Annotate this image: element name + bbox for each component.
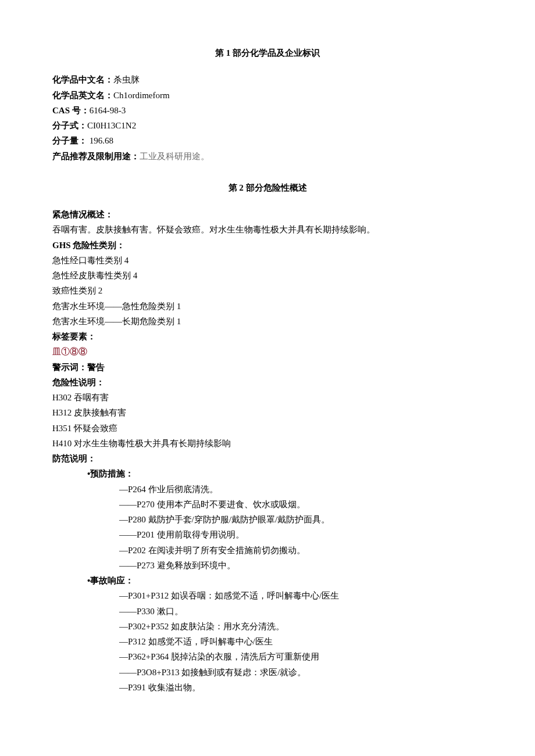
page: 第 1 部分化学品及企业标识 化学品中文名：杀虫脒化学品英文名：Ch1ordim… bbox=[0, 0, 535, 756]
field-label: 化学品中文名： bbox=[52, 75, 113, 84]
response-items: —P301+P312 如误吞咽：如感觉不适，呼叫解毒中心/医生——P330 漱口… bbox=[52, 588, 483, 695]
field-label: 化学品英文名： bbox=[52, 91, 113, 100]
signal-word: 警示词：警告 bbox=[52, 360, 483, 375]
section2-heading: 第 2 部分危险性概述 bbox=[52, 180, 483, 195]
section1-field-1: 化学品英文名：Ch1ordimeform bbox=[52, 88, 483, 103]
section1-heading: 第 1 部分化学品及企业标识 bbox=[52, 45, 483, 60]
prevention-item-3: ——P201 使用前取得专用说明。 bbox=[52, 527, 483, 542]
response-item-4: —P362+P364 脱掉沾染的衣服，清洗后方可重新使用 bbox=[52, 649, 483, 664]
field-value: Ch1ordimeform bbox=[113, 91, 170, 100]
ghs-item-1: 急性经皮肤毒性类别 4 bbox=[52, 268, 483, 283]
hazard-label: 危险性说明： bbox=[52, 375, 483, 390]
ghs-item-0: 急性经口毒性类别 4 bbox=[52, 253, 483, 268]
product-use-value: 工业及科研用途。 bbox=[140, 152, 209, 161]
response-item-6: —P391 收集溢出物。 bbox=[52, 680, 483, 695]
ghs-items: 急性经口毒性类别 4急性经皮肤毒性类别 4致癌性类别 2危害水生环境——急性危险… bbox=[52, 253, 483, 329]
prevention-heading: 防范说明： bbox=[52, 451, 483, 466]
response-item-3: —P312 如感觉不适，呼叫解毒中心/医生 bbox=[52, 634, 483, 649]
field-value: 杀虫脒 bbox=[113, 75, 140, 84]
section1-fields: 化学品中文名：杀虫脒化学品英文名：Ch1ordimeformCAS 号：6164… bbox=[52, 72, 483, 148]
tag-label: 标签要素： bbox=[52, 329, 483, 344]
ghs-item-4: 危害水生环境——长期危险类别 1 bbox=[52, 314, 483, 329]
product-use-label: 产品推荐及限制用途： bbox=[52, 152, 140, 161]
prevention-item-5: ——P273 避免释放到环境中。 bbox=[52, 558, 483, 573]
hazard-item-3: H410 对水生生物毒性极大并具有长期持续影响 bbox=[52, 436, 483, 451]
response-item-1: ——P330 漱口。 bbox=[52, 604, 483, 619]
field-value: 6164-98-3 bbox=[90, 106, 126, 115]
emergency-label: 紧急情况概述： bbox=[52, 207, 483, 222]
section1-field-0: 化学品中文名：杀虫脒 bbox=[52, 72, 483, 87]
ghs-item-3: 危害水生环境——急性危险类别 1 bbox=[52, 299, 483, 314]
tag-value: 皿①⑧⑧ bbox=[52, 344, 483, 359]
hazard-item-1: H312 皮肤接触有害 bbox=[52, 405, 483, 420]
section1-field-2: CAS 号：6164-98-3 bbox=[52, 103, 483, 118]
emergency-text: 吞咽有害。皮肤接触有害。怀疑会致癌。对水生生物毒性极大并具有长期持续影响。 bbox=[52, 222, 483, 237]
prevention-items: —P264 作业后彻底清洗。——P270 使用本产品时不要进食、饮水或吸烟。—P… bbox=[52, 482, 483, 574]
field-label: 分子量： bbox=[52, 136, 87, 145]
response-item-5: ——P3O8+P313 如接触到或有疑虑：求医/就诊。 bbox=[52, 665, 483, 680]
prevention-item-2: —P280 戴防护手套/穿防护服/戴防护眼罩/戴防护面具。 bbox=[52, 512, 483, 527]
ghs-item-2: 致癌性类别 2 bbox=[52, 283, 483, 298]
response-label: •事故响应： bbox=[52, 573, 483, 588]
field-label: 分子式： bbox=[52, 121, 87, 130]
prevention-item-4: —P202 在阅读并明了所有安全措施前切勿搬动。 bbox=[52, 543, 483, 558]
response-item-0: —P301+P312 如误吞咽：如感觉不适，呼叫解毒中心/医生 bbox=[52, 588, 483, 603]
ghs-label: GHS 危险性类别： bbox=[52, 238, 483, 253]
field-value: 196.68 bbox=[87, 136, 113, 145]
hazard-item-0: H302 吞咽有害 bbox=[52, 390, 483, 405]
prevention-label: •预防措施： bbox=[52, 466, 483, 481]
response-item-2: —P302+P352 如皮肤沾染：用水充分清洗。 bbox=[52, 619, 483, 634]
product-use: 产品推荐及限制用途：工业及科研用途。 bbox=[52, 149, 483, 164]
field-label: CAS 号： bbox=[52, 106, 90, 115]
field-value: CI0H13C1N2 bbox=[87, 121, 136, 130]
section1-field-4: 分子量： 196.68 bbox=[52, 133, 483, 148]
section1-field-3: 分子式：CI0H13C1N2 bbox=[52, 118, 483, 133]
hazard-items: H302 吞咽有害H312 皮肤接触有害H351 怀疑会致癌H410 对水生生物… bbox=[52, 390, 483, 451]
hazard-item-2: H351 怀疑会致癌 bbox=[52, 421, 483, 436]
prevention-item-1: ——P270 使用本产品时不要进食、饮水或吸烟。 bbox=[52, 497, 483, 512]
prevention-item-0: —P264 作业后彻底清洗。 bbox=[52, 482, 483, 497]
